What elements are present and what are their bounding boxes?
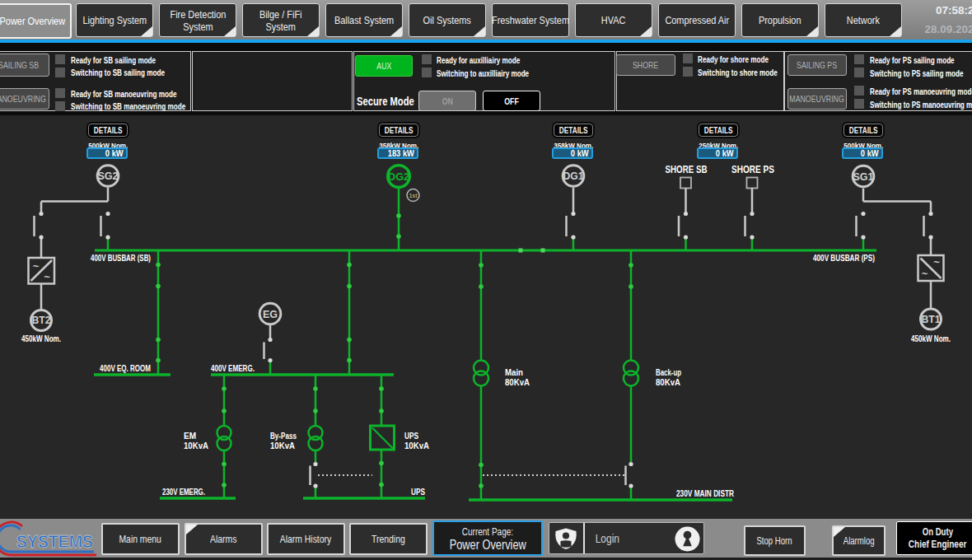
svg-text:SYSTEMS: SYSTEMS [16, 532, 93, 552]
svg-text:450kW Nom.: 450kW Nom. [911, 334, 951, 343]
svg-text:80KvA: 80KvA [505, 377, 530, 387]
svg-text:230V EMERG.: 230V EMERG. [162, 487, 205, 497]
svg-text:10KvA: 10KvA [184, 441, 208, 450]
svg-text:UPS: UPS [404, 431, 418, 441]
svg-text:DG2: DG2 [388, 170, 409, 183]
svg-text:450kW Nom.: 450kW Nom. [21, 334, 61, 343]
svg-text:EG: EG [263, 309, 278, 320]
svg-text:80KvA: 80KvA [656, 377, 680, 387]
svg-text:SG2: SG2 [98, 170, 119, 182]
svg-text:SHORE SB: SHORE SB [666, 164, 708, 175]
svg-text:UPS: UPS [411, 487, 425, 497]
svg-text:EM: EM [184, 431, 196, 441]
svg-text:~: ~ [922, 268, 928, 280]
svg-text:DG1: DG1 [563, 170, 584, 182]
svg-text:400V EQ. ROOM: 400V EQ. ROOM [100, 363, 151, 373]
svg-text:230V MAIN DISTR: 230V MAIN DISTR [676, 488, 734, 498]
svg-text:~: ~ [933, 256, 940, 268]
svg-text:400V BUSBAR (SB): 400V BUSBAR (SB) [91, 253, 151, 263]
svg-text:~: ~ [33, 260, 40, 273]
svg-text:10KvA: 10KvA [270, 441, 295, 450]
svg-text:1st: 1st [409, 193, 418, 198]
svg-text:Main: Main [505, 367, 523, 377]
svg-text:SG1: SG1 [853, 171, 874, 183]
svg-text:BT1: BT1 [922, 314, 941, 325]
svg-text:SHORE PS: SHORE PS [731, 164, 774, 175]
svg-text:400V EMERG.: 400V EMERG. [211, 363, 255, 373]
svg-text:10KvA: 10KvA [404, 441, 429, 450]
svg-text:~: ~ [44, 271, 50, 283]
svg-text:400V BUSBAR (PS): 400V BUSBAR (PS) [813, 253, 875, 263]
svg-text:By-Pass: By-Pass [270, 431, 297, 441]
svg-text:BT2: BT2 [32, 315, 51, 326]
svg-text:Back-up: Back-up [656, 367, 681, 377]
